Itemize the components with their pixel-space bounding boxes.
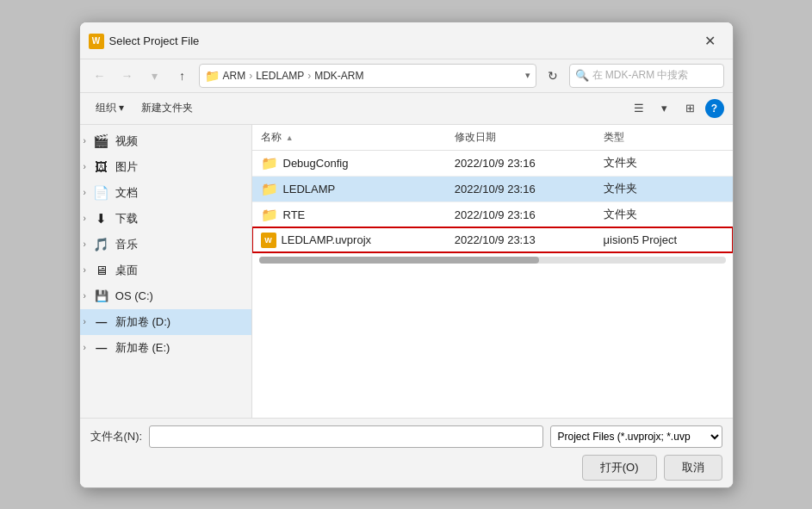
file-name-cell: 📁 DebugConfig bbox=[252, 150, 446, 176]
up-button[interactable]: ↑ bbox=[171, 65, 194, 87]
content-area: 名称 ▲ 修改日期 类型 📁 DebugConfig bbox=[252, 125, 733, 418]
forward-button[interactable]: → bbox=[116, 65, 139, 87]
sidebar-arrow-drive-e: › bbox=[84, 343, 86, 352]
file-type-cell: μision5 Project bbox=[595, 227, 733, 252]
address-bar[interactable]: 📁 ARM › LEDLAMP › MDK-ARM ▾ bbox=[199, 64, 536, 88]
scrollbar-thumb bbox=[259, 257, 539, 264]
table-header-row: 名称 ▲ 修改日期 类型 bbox=[252, 125, 733, 151]
table-row[interactable]: 📁 RTE 2022/10/9 23:16 文件夹 bbox=[252, 202, 733, 227]
sidebar-arrow-drive-c: › bbox=[84, 291, 86, 301]
table-row[interactable]: 📁 LEDLAMP 2022/10/9 23:16 文件夹 bbox=[252, 176, 733, 202]
scrollbar-area bbox=[252, 253, 733, 269]
new-folder-button[interactable]: 新建文件夹 bbox=[134, 98, 200, 118]
col-modified[interactable]: 修改日期 bbox=[446, 125, 595, 151]
filename-input[interactable] bbox=[149, 425, 542, 448]
action-right: ☰ ▾ ⊞ ? bbox=[628, 97, 724, 120]
sidebar-label-drive-c: OS (C:) bbox=[115, 289, 153, 302]
path-segment-2: LEDLAMP bbox=[256, 70, 304, 82]
col-name[interactable]: 名称 ▲ bbox=[252, 125, 446, 151]
address-path: ARM › LEDLAMP › MDK-ARM bbox=[223, 70, 364, 82]
path-segment-3: MDK-ARM bbox=[314, 70, 363, 82]
file-type-cell: 文件夹 bbox=[595, 150, 733, 176]
horizontal-scrollbar[interactable] bbox=[259, 257, 726, 264]
drive-e-icon: — bbox=[93, 339, 110, 357]
open-button[interactable]: 打开(O) bbox=[582, 455, 657, 481]
sidebar-arrow-desktop: › bbox=[84, 265, 86, 275]
help-button[interactable]: ? bbox=[705, 99, 724, 118]
title-bar: W Select Project File ✕ bbox=[80, 22, 733, 59]
view-list-button[interactable]: ☰ bbox=[628, 97, 650, 120]
sidebar-arrow-download: › bbox=[84, 214, 86, 223]
sidebar-item-desktop[interactable]: › 🖥 桌面 bbox=[80, 258, 251, 283]
download-icon: ⬇ bbox=[93, 210, 110, 227]
view-dropdown-button[interactable]: ▾ bbox=[654, 97, 676, 120]
sidebar-item-drive-d[interactable]: › — 新加卷 (D:) bbox=[80, 309, 251, 335]
file-name-label: LEDLAMP.uvprojx bbox=[282, 233, 372, 246]
uvprojx-icon: W bbox=[261, 233, 276, 248]
back-button[interactable]: ← bbox=[89, 65, 111, 87]
dialog: W Select Project File ✕ ← → ▾ ↑ 📁 ARM › … bbox=[79, 22, 734, 488]
action-left: 组织 ▾ 新建文件夹 bbox=[89, 98, 200, 118]
file-type-cell: 文件夹 bbox=[595, 202, 733, 227]
sidebar-label-music: 音乐 bbox=[115, 237, 138, 252]
dialog-title: Select Project File bbox=[109, 34, 200, 47]
filetype-select[interactable]: Project Files (*.uvprojx; *.uvp bbox=[550, 425, 722, 448]
sidebar-item-document[interactable]: › 📄 文档 bbox=[80, 180, 251, 206]
sidebar-item-music[interactable]: › 🎵 音乐 bbox=[80, 232, 251, 258]
folder-icon: 📁 bbox=[261, 155, 278, 171]
address-bar-chevron[interactable]: ▾ bbox=[525, 70, 530, 81]
sidebar-arrow-image: › bbox=[84, 162, 86, 171]
drive-d-icon: — bbox=[93, 313, 110, 331]
organize-button[interactable]: 组织 ▾ bbox=[89, 98, 131, 118]
sidebar-item-image[interactable]: › 🖼 图片 bbox=[80, 154, 251, 180]
sidebar-item-download[interactable]: › ⬇ 下载 bbox=[80, 206, 251, 232]
dropdown-button[interactable]: ▾ bbox=[144, 65, 166, 87]
file-modified-cell: 2022/10/9 23:16 bbox=[446, 150, 595, 176]
sidebar-arrow-drive-d: › bbox=[84, 317, 86, 326]
sidebar: › 🎬 视频 › 🖼 图片 › 📄 文档 › ⬇ 下载 › 🎵 bbox=[80, 125, 252, 418]
main-area: › 🎬 视频 › 🖼 图片 › 📄 文档 › ⬇ 下载 › 🎵 bbox=[80, 125, 733, 418]
view-panel-button[interactable]: ⊞ bbox=[679, 97, 702, 120]
navigation-toolbar: ← → ▾ ↑ 📁 ARM › LEDLAMP › MDK-ARM ▾ ↻ 🔍 … bbox=[80, 59, 733, 93]
path-segment-1: ARM bbox=[223, 70, 246, 82]
sidebar-label-drive-e: 新加卷 (E:) bbox=[115, 340, 170, 356]
table-row[interactable]: 📁 DebugConfig 2022/10/9 23:16 文件夹 bbox=[252, 150, 733, 176]
path-sep-1: › bbox=[249, 70, 252, 82]
sidebar-label-drive-d: 新加卷 (D:) bbox=[115, 314, 170, 330]
table-row-uvprojx[interactable]: W LEDLAMP.uvprojx 2022/10/9 23:13 μision… bbox=[252, 227, 733, 252]
video-icon: 🎬 bbox=[93, 133, 110, 150]
sidebar-label-desktop: 桌面 bbox=[115, 263, 138, 278]
file-modified-cell: 2022/10/9 23:16 bbox=[446, 202, 595, 227]
sidebar-arrow-music: › bbox=[84, 239, 86, 249]
refresh-button[interactable]: ↻ bbox=[542, 65, 564, 87]
file-name-cell: 📁 RTE bbox=[252, 202, 446, 227]
col-type[interactable]: 类型 bbox=[595, 125, 733, 151]
bottom-bar: 文件名(N): Project Files (*.uvprojx; *.uvp … bbox=[80, 418, 733, 487]
sidebar-label-document: 文档 bbox=[115, 185, 138, 201]
desktop-icon: 🖥 bbox=[93, 262, 110, 279]
path-sep-2: › bbox=[307, 70, 311, 82]
cancel-button[interactable]: 取消 bbox=[664, 455, 722, 481]
sidebar-item-video[interactable]: › 🎬 视频 bbox=[80, 128, 251, 154]
file-name-cell: W LEDLAMP.uvprojx bbox=[252, 227, 446, 252]
drive-c-icon: 💾 bbox=[93, 288, 110, 305]
button-row: 打开(O) 取消 bbox=[90, 455, 722, 481]
file-modified-cell: 2022/10/9 23:13 bbox=[446, 227, 595, 252]
file-table: 名称 ▲ 修改日期 类型 📁 DebugConfig bbox=[252, 125, 733, 253]
address-folder-icon: 📁 bbox=[205, 69, 220, 83]
sidebar-item-drive-c[interactable]: › 💾 OS (C:) bbox=[80, 283, 251, 309]
sidebar-item-drive-e[interactable]: › — 新加卷 (E:) bbox=[80, 335, 251, 361]
folder-icon: 📁 bbox=[261, 181, 278, 197]
file-modified-cell: 2022/10/9 23:16 bbox=[446, 176, 595, 202]
sidebar-arrow-document: › bbox=[84, 188, 86, 197]
search-placeholder-text: 在 MDK-ARM 中搜索 bbox=[592, 68, 689, 83]
file-type-cell: 文件夹 bbox=[595, 176, 733, 202]
sidebar-label-download: 下载 bbox=[115, 211, 138, 227]
search-bar[interactable]: 🔍 在 MDK-ARM 中搜索 bbox=[569, 64, 724, 88]
file-name-label: RTE bbox=[283, 208, 306, 221]
action-bar: 组织 ▾ 新建文件夹 ☰ ▾ ⊞ ? bbox=[80, 93, 733, 125]
sidebar-label-video: 视频 bbox=[115, 133, 138, 149]
close-button[interactable]: ✕ bbox=[698, 29, 722, 53]
search-icon: 🔍 bbox=[575, 69, 589, 82]
file-name-cell: 📁 LEDLAMP bbox=[252, 176, 446, 202]
